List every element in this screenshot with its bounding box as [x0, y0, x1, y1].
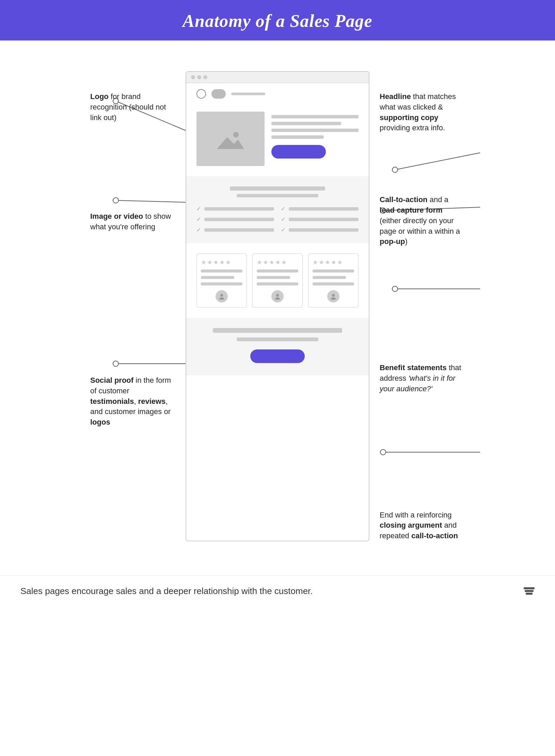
wf-stars-3: ★★★★★	[313, 259, 354, 266]
annotation-headline-bold2: supporting copy	[380, 113, 438, 122]
wf-check-line-2	[204, 218, 274, 221]
wf-benefit-cols: ✓ ✓ ✓ ✓	[196, 206, 359, 233]
wf-closing-line-2	[237, 338, 318, 341]
annotation-social-text2: ,	[134, 397, 138, 406]
annotation-logo-bold: Logo	[90, 92, 109, 101]
annotation-headline: Headline that matches what was clicked &…	[380, 92, 461, 133]
annotation-cta-text1: and a	[428, 195, 448, 204]
wf-check-icon-2: ✓	[196, 216, 201, 223]
svg-point-19	[276, 294, 279, 297]
annotation-cta-bold1: Call-to-action	[380, 195, 428, 204]
wf-avatar-2	[271, 290, 284, 302]
annotation-social-bold2: testimonials	[90, 397, 134, 406]
wf-hero-line-2	[271, 122, 341, 125]
footer: Sales pages encourage sales and a deeper…	[0, 575, 555, 607]
wf-avatar-1	[216, 290, 228, 302]
svg-point-21	[332, 294, 335, 297]
svg-point-18	[219, 297, 224, 300]
annotation-closing-bold1: closing argument	[380, 521, 442, 529]
annotation-closing-text1: End with a reinforcing	[380, 511, 452, 519]
wf-benefit-title-1	[230, 186, 325, 191]
annotation-logo: Logo for brand recognition (should not l…	[90, 92, 172, 123]
annotation-cta-bold2: lead capture form	[380, 206, 443, 214]
wf-check-row-4: ✓	[281, 206, 359, 212]
page-title: Anatomy of a Sales Page	[7, 11, 548, 31]
annotation-cta: Call-to-action and a lead capture form (…	[380, 195, 461, 247]
wf-nav-oval	[211, 89, 226, 99]
wireframe-hero	[186, 105, 369, 176]
browser-dot-2	[197, 75, 201, 79]
svg-point-22	[331, 297, 336, 300]
wf-check-row-3: ✓	[196, 227, 274, 233]
browser-chrome	[186, 72, 369, 83]
annotation-image: Image or video to show what you're offer…	[90, 211, 172, 232]
annotation-benefit-bold: Benefit statements	[380, 363, 447, 372]
wf-check-line-3	[204, 228, 274, 232]
wf-stars-1: ★★★★★	[201, 259, 242, 266]
right-annotations: Headline that matches what was clicked &…	[369, 71, 465, 541]
wf-check-row-5: ✓	[281, 216, 359, 223]
wf-check-icon-4: ✓	[281, 206, 285, 212]
wf-nav-line	[231, 93, 265, 95]
annotation-cta-text3b: )	[405, 237, 408, 246]
footer-text: Sales pages encourage sales and a deeper…	[20, 586, 313, 596]
wf-benefit-col-2: ✓ ✓ ✓	[281, 206, 359, 233]
annotation-benefit: Benefit statements that address 'what's …	[380, 363, 461, 394]
annotated-area: Logo for brand recognition (should not l…	[20, 57, 535, 555]
annotation-social: Social proof in the form of customer tes…	[90, 375, 172, 428]
wf-check-line-1	[204, 207, 274, 211]
wf-check-row-6: ✓	[281, 227, 359, 233]
wf-check-icon-1: ✓	[196, 206, 201, 212]
wf-cta-button	[271, 145, 326, 159]
wireframe-benefit: ✓ ✓ ✓ ✓	[186, 176, 369, 243]
wireframe-testimonials: ★★★★★ ★★★★★	[186, 243, 369, 318]
left-annotations: Logo for brand recognition (should not l…	[90, 71, 186, 541]
svg-point-15	[233, 132, 239, 137]
annotation-closing-bold2: call-to-action	[411, 531, 458, 540]
annotation-social-bold3: reviews	[138, 397, 166, 406]
annotation-headline-text2: providing extra info.	[380, 124, 445, 132]
annotation-headline-bold: Headline	[380, 92, 411, 101]
wireframe-nav	[186, 83, 369, 105]
wf-testimonial-card-1: ★★★★★	[196, 253, 247, 308]
wf-check-line-6	[289, 228, 359, 232]
wf-benefit-col-1: ✓ ✓ ✓	[196, 206, 274, 233]
wf-stars-2: ★★★★★	[257, 259, 298, 266]
wf-hero-line-1	[271, 115, 359, 118]
wf-image-box	[196, 112, 265, 166]
wf-check-row-1: ✓	[196, 206, 274, 212]
annotation-within: within	[434, 227, 454, 235]
wf-testimonial-card-3: ★★★★★	[308, 253, 359, 308]
wf-check-icon-5: ✓	[281, 216, 285, 223]
annotation-cta-bold3: pop-up	[380, 237, 405, 246]
wf-logo-circle	[196, 89, 206, 99]
footer-logo	[524, 587, 535, 595]
annotation-social-bold4: logos	[90, 418, 110, 426]
wf-benefit-title-2	[237, 194, 318, 197]
wf-check-icon-6: ✓	[281, 227, 285, 233]
wf-test-line-1b	[201, 276, 234, 279]
wf-test-line-1a	[201, 269, 242, 273]
footer-logo-layer-2	[525, 590, 534, 592]
wf-closing-line-1	[213, 328, 342, 333]
browser-dot-1	[191, 75, 195, 79]
wf-test-line-3b	[313, 276, 346, 279]
wf-test-line-3c	[313, 282, 354, 285]
browser-dot-3	[203, 75, 207, 79]
svg-point-17	[220, 294, 223, 297]
wf-hero-line-4	[271, 135, 324, 139]
wf-check-icon-3: ✓	[196, 227, 201, 233]
svg-point-20	[275, 297, 280, 300]
annotation-social-bold1: Social proof	[90, 376, 133, 384]
wireframe-closing	[186, 318, 369, 375]
footer-logo-layer-3	[526, 593, 533, 595]
wireframe: ✓ ✓ ✓ ✓	[186, 71, 369, 541]
wf-avatar-3	[327, 290, 339, 302]
wf-test-line-3a	[313, 269, 354, 273]
wf-check-line-5	[289, 218, 359, 221]
wf-test-line-2a	[257, 269, 298, 273]
annotation-image-bold: Image or video	[90, 212, 143, 220]
annotation-cta-text3: a	[454, 227, 460, 235]
annotation-closing: End with a reinforcing closing argument …	[380, 510, 461, 541]
wf-benefit-titles	[196, 186, 359, 197]
